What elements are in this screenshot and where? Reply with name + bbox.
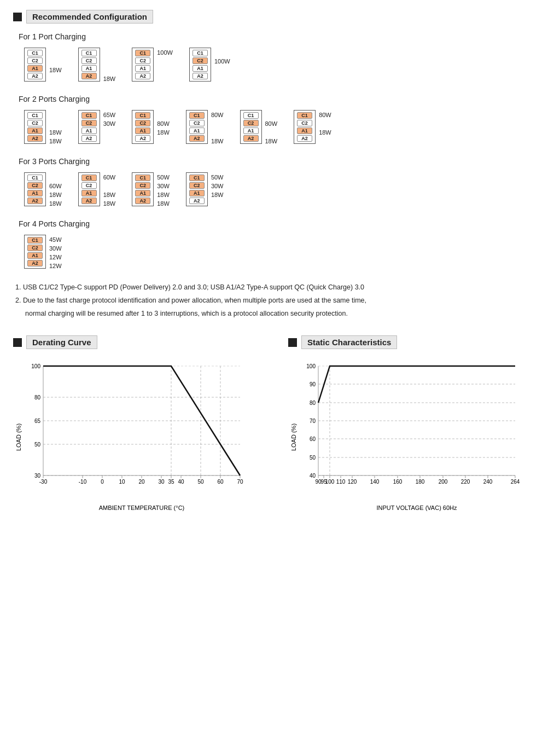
- svg-text:-10: -10: [79, 479, 87, 485]
- svg-text:30: 30: [158, 479, 165, 485]
- svg-text:40: 40: [178, 479, 184, 485]
- labels-3d: 50W 30W 18W: [211, 172, 224, 207]
- port-c1: C1: [192, 50, 208, 56]
- diagram-3b: C1 C2 A1 A2 60W 18W 18W: [78, 172, 116, 207]
- svg-text:65: 65: [34, 418, 41, 424]
- port-box-2f: C1 C2 A1 A2: [294, 110, 316, 144]
- svg-text:60: 60: [310, 436, 316, 442]
- svg-text:120: 120: [348, 479, 357, 485]
- svg-text:90: 90: [310, 381, 316, 387]
- section-3port: For 3 Ports Charging C1 C2 A1 A2 60W 18W…: [13, 157, 547, 207]
- static-char-curve-line: [318, 366, 515, 403]
- svg-text:264: 264: [511, 479, 520, 485]
- svg-text:100: 100: [31, 363, 40, 369]
- svg-text:60: 60: [217, 479, 224, 485]
- recommended-config-header: Recommended Configuration: [13, 10, 547, 24]
- port-box-1d: C1 C2 A1 A2: [189, 48, 211, 82]
- port-c2: C2: [135, 57, 150, 64]
- labels-2d: 80W 18W: [211, 110, 224, 145]
- svg-text:220: 220: [461, 479, 470, 485]
- static-y-label: LOAD (%): [290, 423, 297, 451]
- svg-text:50: 50: [34, 442, 41, 448]
- charts-section: Derating Curve LOAD (%) 100 8: [13, 335, 547, 513]
- static-char-container: Static Characteristics LOAD (%) 100 90: [288, 335, 547, 513]
- svg-text:20: 20: [138, 479, 145, 485]
- derating-curve-container: Derating Curve LOAD (%) 100 8: [13, 335, 272, 513]
- port-a1: A1: [81, 65, 97, 72]
- derating-square-icon: [13, 338, 22, 347]
- watt-c2-1d: 100W: [214, 57, 230, 65]
- svg-text:200: 200: [439, 479, 448, 485]
- svg-text:180: 180: [416, 479, 425, 485]
- svg-text:80: 80: [34, 394, 41, 401]
- derating-curve-chart: LOAD (%) 100 80 65: [13, 358, 272, 513]
- notes-section: 1. USB C1/C2 Type-C support PD (Power De…: [15, 282, 547, 319]
- svg-text:140: 140: [370, 479, 380, 485]
- static-square-icon: [288, 338, 297, 347]
- port-box-3d: C1 C2 A1 A2: [186, 172, 208, 206]
- derating-y-label: LOAD (%): [15, 423, 22, 451]
- labels-1c: 100W: [157, 48, 173, 83]
- svg-text:35: 35: [168, 479, 174, 485]
- section-2port-row: C1 C2 A1 A2 18W 18W C1 C2 A1 A2 65W 3: [24, 110, 547, 145]
- svg-text:160: 160: [393, 479, 402, 485]
- header-square-icon: [13, 13, 22, 21]
- svg-text:240: 240: [483, 479, 493, 485]
- static-char-svg: LOAD (%) 100 90 80 70 60: [288, 358, 523, 511]
- port-a1: A1: [192, 65, 208, 72]
- diagram-3d: C1 C2 A1 A2 50W 30W 18W: [186, 172, 224, 207]
- labels-3c: 50W 30W 18W 18W: [157, 172, 170, 207]
- labels-3b: 60W 18W 18W: [103, 172, 116, 207]
- port-box-3a: C1 C2 A1 A2: [24, 172, 46, 206]
- port-box-3b: C1 C2 A1 A2: [78, 172, 100, 206]
- port-box-4a: C1 C2 A1 A2: [24, 235, 46, 269]
- svg-text:100: 100: [325, 479, 335, 485]
- port-a1: A1: [135, 65, 150, 72]
- diagram-2b: C1 C2 A1 A2 65W 30W: [78, 110, 116, 145]
- labels-2a: 18W 18W: [49, 110, 62, 145]
- diagram-2f: C1 C2 A1 A2 80W 18W: [294, 110, 331, 145]
- port-c1: C1: [27, 50, 43, 56]
- labels-4a: 45W 30W 12W 12W: [49, 235, 62, 270]
- derating-curve-svg: LOAD (%) 100 80 65: [13, 358, 248, 511]
- note-2-cont: normal charging will be resumed after 1 …: [25, 308, 547, 319]
- svg-text:40: 40: [310, 473, 316, 479]
- svg-text:-30: -30: [39, 479, 48, 485]
- watt-a2-1b: 18W: [103, 75, 116, 83]
- section-4port: For 4 Ports Charging C1 C2 A1 A2 45W 30W…: [13, 219, 547, 270]
- diagram-2d: C1 C2 A1 A2 80W 18W: [186, 110, 224, 145]
- section-2port-title: For 2 Ports Charging: [19, 95, 547, 103]
- derating-curve-title: Derating Curve: [26, 335, 97, 349]
- static-x-label: INPUT VOLTAGE (VAC) 60Hz: [376, 504, 457, 511]
- section-3port-row: C1 C2 A1 A2 60W 18W 18W C1 C2 A1 A2 60W: [24, 172, 547, 207]
- port-c2: C2: [192, 57, 208, 64]
- watt-c1-1c: 100W: [157, 49, 173, 56]
- port-box-2a: C1 C2 A1 A2: [24, 110, 46, 144]
- note-1: 1. USB C1/C2 Type-C support PD (Power De…: [15, 282, 547, 293]
- port-a2: A2: [135, 73, 150, 79]
- port-a1: A1: [27, 65, 43, 72]
- diagram-1c: C1 C2 A1 A2 100W: [132, 48, 173, 83]
- labels-2e: 80W 18W: [265, 110, 278, 145]
- labels-1d: 100W: [214, 48, 230, 83]
- diagram-4a: C1 C2 A1 A2 45W 30W 12W 12W: [24, 235, 62, 270]
- svg-text:50: 50: [310, 455, 316, 461]
- derating-x-label: AMBIENT TEMPERATURE (°C): [99, 504, 185, 511]
- svg-text:10: 10: [119, 479, 125, 485]
- svg-text:70: 70: [237, 479, 243, 485]
- derating-curve-line: [43, 366, 240, 475]
- diagram-2a: C1 C2 A1 A2 18W 18W: [24, 110, 62, 145]
- diagram-2c: C1 C2 A1 A2 80W 18W: [132, 110, 170, 145]
- watt-a1-1a: 18W: [49, 66, 62, 74]
- port-box-2c: C1 C2 A1 A2: [132, 110, 154, 144]
- labels-2f: 80W 18W: [319, 110, 331, 145]
- svg-text:0: 0: [101, 479, 104, 485]
- section-2port: For 2 Ports Charging C1 C2 A1 A2 18W 18W…: [13, 95, 547, 145]
- section-1port-title: For 1 Port Charging: [19, 32, 547, 41]
- section-1port-row: C1 C2 A1 A2 18W C1 C2 A1 A2: [24, 48, 547, 83]
- section-3port-title: For 3 Ports Charging: [19, 157, 547, 166]
- port-a2: A2: [27, 73, 43, 79]
- section-4port-row: C1 C2 A1 A2 45W 30W 12W 12W: [24, 235, 547, 270]
- section-4port-title: For 4 Ports Charging: [19, 219, 547, 228]
- port-box-2b: C1 C2 A1 A2: [78, 110, 100, 144]
